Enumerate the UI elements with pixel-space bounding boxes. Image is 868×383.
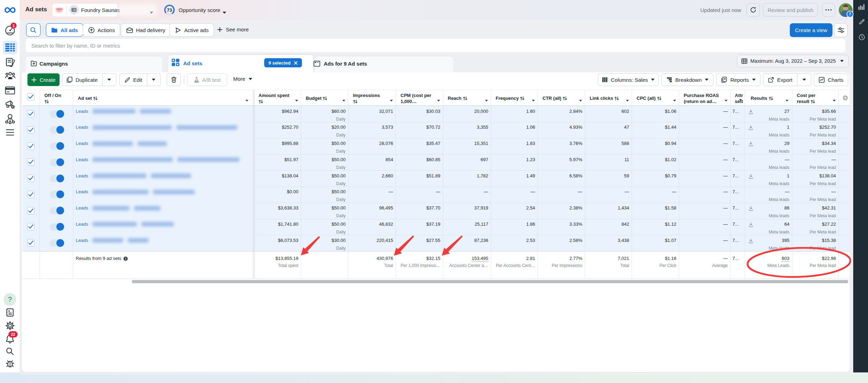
svg-text:73: 73 [167, 7, 172, 13]
